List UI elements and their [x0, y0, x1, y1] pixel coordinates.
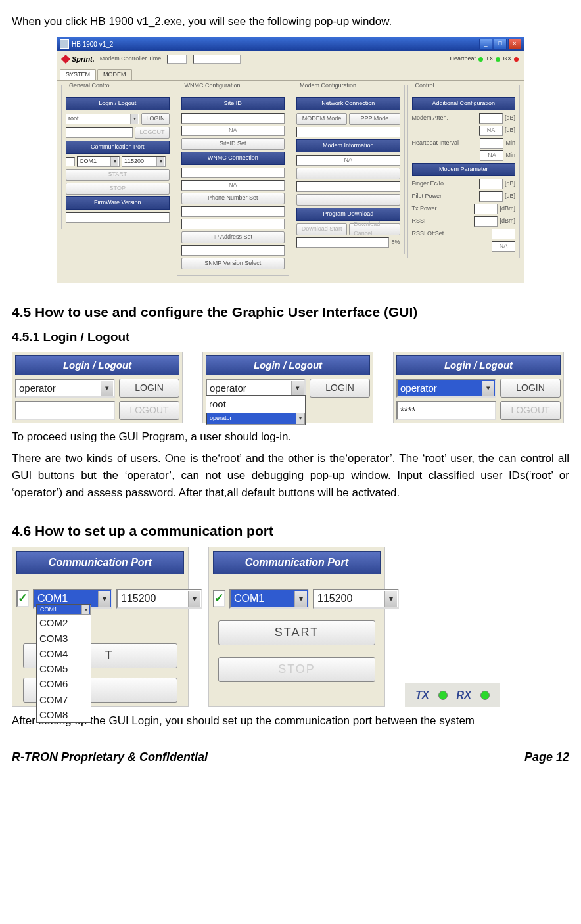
com-option[interactable]: COM8 — [37, 707, 91, 722]
login-panel-1: Login / Logout operator LOGIN LOGOUT — [12, 352, 183, 423]
login-button[interactable]: LOGIN — [141, 113, 169, 125]
port-check-icon[interactable] — [66, 157, 75, 166]
login-panel-header: Login / Logout — [15, 355, 179, 375]
unit-min: Min — [505, 139, 515, 148]
progress-label: 8% — [391, 238, 400, 247]
fw-header: FirmWare Version — [66, 196, 170, 210]
modeminfo-header: Modem Information — [296, 139, 400, 152]
section-4-5-heading: 4.5 How to use and configure the Graphic… — [12, 302, 569, 323]
unit-min: Min — [505, 151, 515, 160]
siteid-na: NA — [181, 126, 285, 136]
download-start-button[interactable]: Download Start — [296, 223, 347, 235]
heartbeat-label: Heartbeat — [450, 55, 476, 64]
tx-rx-indicator: TX RX — [405, 683, 500, 707]
commport-header: Communication Port — [66, 141, 170, 154]
password-input[interactable]: **** — [396, 401, 496, 420]
siteid-set-button[interactable]: SiteID Set — [181, 138, 285, 150]
commport-after-text: After setting up the GUI Login, you shou… — [12, 712, 569, 729]
baud-select[interactable]: 115200 — [313, 589, 399, 609]
general-control-group: General Control Login / Logout root LOGI… — [61, 85, 174, 229]
minimize-button[interactable]: _ — [479, 39, 492, 49]
modem-controller-time-label: Modem Controller Time — [100, 55, 162, 64]
fw-value — [66, 212, 170, 223]
phone-set-button[interactable]: Phone Number Set — [181, 193, 285, 204]
modem-info-button[interactable] — [296, 168, 400, 179]
com-option[interactable]: COM5 — [37, 661, 91, 676]
com-option[interactable]: COM3 — [37, 631, 91, 646]
unit-db: [dB] — [505, 179, 515, 189]
unit-dbm: [dBm] — [500, 217, 515, 226]
ip-input[interactable] — [181, 206, 285, 217]
tab-modem[interactable]: MODEM — [97, 69, 132, 80]
stop-button[interactable]: STOP — [66, 183, 170, 195]
login-panel-2: Login / Logout operator root operator LO… — [202, 352, 373, 423]
hb-interval-label: Heartbeat Interval — [412, 139, 478, 148]
unit-db: [dB] — [505, 126, 515, 135]
user-option-operator[interactable]: operator — [206, 413, 305, 425]
start-button[interactable]: START — [66, 169, 170, 181]
pilot-power-value — [479, 191, 503, 202]
baud-select[interactable]: 115200 — [122, 156, 166, 167]
finger-ecio-label: Finger Ec/Io — [412, 179, 477, 189]
maximize-button[interactable]: □ — [494, 39, 507, 49]
tx-label: TX — [415, 687, 429, 704]
user-select[interactable]: operator — [15, 379, 115, 398]
wnmcconn-header: WNMC Connection — [181, 152, 285, 165]
ip-set-button[interactable]: IP Address Set — [181, 231, 285, 243]
start-button[interactable]: START — [218, 620, 375, 645]
close-button[interactable]: × — [508, 39, 521, 49]
snmp-value — [181, 245, 285, 256]
heartbeat-led-icon — [478, 57, 483, 62]
user-select[interactable]: root — [66, 114, 139, 124]
modem-info-button2[interactable] — [296, 194, 400, 206]
com-select[interactable]: COM1 — [229, 589, 309, 609]
rx-label: RX — [457, 687, 471, 704]
modem-mode-button[interactable]: MODEM Mode — [296, 113, 347, 125]
login-button[interactable]: LOGIN — [310, 379, 370, 398]
baud-select[interactable]: 115200 — [116, 589, 202, 609]
com-option[interactable]: COM1 — [37, 605, 91, 615]
tab-system[interactable]: SYSTEM — [60, 69, 96, 80]
unit-dbm: [dBm] — [500, 204, 515, 214]
siteid-input[interactable] — [181, 113, 285, 124]
password-input[interactable] — [15, 401, 115, 420]
modem-config-group: Modem Configuration Network Connection M… — [292, 85, 405, 254]
hb-interval-value[interactable] — [480, 138, 503, 149]
com-option[interactable]: COM7 — [37, 692, 91, 707]
ppp-mode-button[interactable]: PPP Mode — [349, 113, 400, 125]
intro-text: When you click HB 1900 v1_2.exe, you wil… — [12, 13, 569, 30]
pilot-power-label: Pilot Power — [412, 192, 477, 201]
group-label: Modem Configuration — [298, 81, 358, 91]
com-option[interactable]: COM6 — [37, 676, 91, 691]
com-dropdown-list: COM1 COM2 COM3 COM4 COM5 COM6 COM7 COM8 — [36, 604, 91, 723]
modem-atten-value[interactable] — [479, 113, 503, 124]
stop-button[interactable]: STOP — [218, 657, 375, 682]
login-button[interactable]: LOGIN — [500, 379, 561, 398]
com-option[interactable]: COM2 — [37, 615, 91, 630]
user-option-root[interactable]: root — [206, 396, 305, 412]
ip-value — [181, 219, 285, 229]
login-button[interactable]: LOGIN — [119, 379, 179, 398]
user-select[interactable]: operator — [396, 379, 496, 398]
phone-na: NA — [181, 180, 285, 191]
port-check-icon[interactable]: ✓ — [16, 590, 29, 607]
com-option[interactable]: COM4 — [37, 646, 91, 661]
modemparam-header: Modem Parameter — [412, 163, 516, 176]
download-cancel-button[interactable]: Download Cancel — [349, 223, 400, 235]
rssi-value — [474, 216, 498, 227]
siteid-header: Site ID — [181, 97, 285, 110]
login-panels-row: Login / Logout operator LOGIN LOGOUT Log… — [12, 352, 569, 423]
group-label: Control — [413, 81, 436, 91]
snmp-select-button[interactable]: SNMP Version Select — [181, 258, 285, 269]
port-check-icon[interactable]: ✓ — [213, 590, 225, 607]
logout-button[interactable]: LOGOUT — [135, 127, 169, 139]
phone-input[interactable] — [181, 168, 285, 178]
logout-button[interactable]: LOGOUT — [119, 401, 179, 420]
progdl-header: Program Download — [296, 208, 400, 221]
password-input[interactable] — [66, 127, 133, 138]
com-select[interactable]: COM1 — [77, 156, 120, 167]
sprint-logo: Sprint. — [62, 54, 95, 65]
time-box — [167, 55, 187, 64]
logout-button[interactable]: LOGOUT — [500, 401, 561, 420]
rssi-offset-value[interactable] — [492, 229, 515, 239]
